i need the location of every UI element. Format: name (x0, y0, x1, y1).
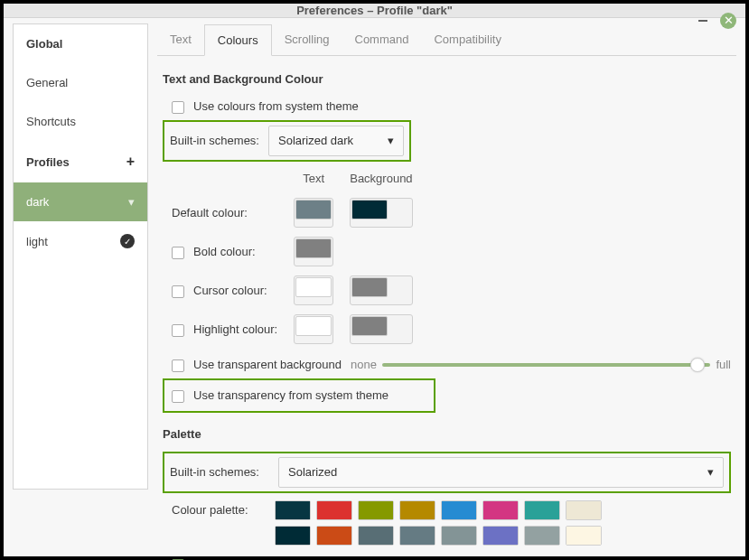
palette-cell[interactable] (399, 526, 435, 546)
checkbox-label: Use colours from system theme (193, 97, 359, 117)
header-background: Background (350, 169, 412, 189)
add-profile-icon[interactable]: + (126, 154, 135, 170)
palette-cell[interactable] (566, 500, 602, 520)
palette-swatch (442, 527, 476, 545)
show-bold-checkbox[interactable]: Show bold text in bright colours (172, 555, 357, 560)
palette-cell[interactable] (566, 526, 602, 546)
sidebar-item-label: dark (26, 195, 49, 209)
cursor-colour-checkbox[interactable]: Cursor colour: (172, 281, 277, 301)
cursor-text-swatch[interactable] (294, 275, 333, 305)
palette-scheme-select[interactable]: Solarized ▾ (278, 457, 724, 488)
palette-swatch (359, 527, 393, 545)
palette-swatch (442, 501, 476, 519)
default-profile-icon: ✓ (120, 234, 135, 248)
checkbox-icon (172, 101, 184, 114)
palette-cell[interactable] (358, 500, 394, 520)
sidebar-item-profile-light[interactable]: light ✓ (14, 221, 147, 261)
palette-row-1 (275, 500, 602, 520)
row-palette: Colour palette: (163, 500, 731, 546)
transparency-theme-checkbox[interactable]: Use transparency from system theme (172, 386, 389, 406)
highlight-text-swatch[interactable] (294, 314, 333, 344)
tab-label: Text (170, 33, 192, 46)
palette-swatch (483, 501, 518, 519)
tab-command[interactable]: Command (342, 24, 422, 56)
select-value: Solarized dark (278, 131, 353, 151)
sidebar-item-label: General (26, 76, 68, 89)
palette-swatch (566, 527, 601, 545)
checkbox-icon (172, 359, 184, 372)
slider-thumb[interactable] (690, 358, 705, 372)
colour-grid-row: Text Background Default colour: Bold col… (163, 165, 731, 351)
content: Text Colours Scrolling Command Compatibi… (157, 18, 736, 560)
sidebar-item-label: light (26, 235, 48, 248)
highlight-bg-swatch[interactable] (350, 314, 412, 344)
row-builtin-schemes-2: Built-in schemes: Solarized ▾ (163, 452, 731, 493)
highlight-box-1: Built-in schemes: Solarized dark ▾ (163, 120, 411, 162)
sidebar-section-profiles: Profiles + (14, 141, 147, 182)
colour-grid: Text Background Default colour: Bold col… (172, 169, 413, 344)
palette-swatch (317, 501, 351, 519)
palette-cell[interactable] (358, 526, 394, 546)
bold-colour-checkbox[interactable]: Bold colour: (172, 242, 277, 262)
builtin-scheme-select[interactable]: Solarized dark ▾ (268, 126, 404, 156)
cursor-bg-swatch[interactable] (350, 275, 412, 305)
tab-colours[interactable]: Colours (204, 24, 272, 56)
checkbox-icon (172, 247, 184, 259)
tab-scrolling[interactable]: Scrolling (272, 24, 342, 56)
default-text-swatch[interactable] (294, 198, 333, 228)
tab-label: Command (355, 33, 409, 46)
sidebar-section-label: Global (26, 37, 62, 51)
sidebar-item-label: Shortcuts (26, 115, 76, 128)
close-window-icon[interactable]: ✕ (720, 13, 736, 29)
palette-cell[interactable] (482, 500, 519, 520)
palette-cell[interactable] (399, 500, 435, 520)
header-text: Text (294, 169, 333, 189)
chevron-down-icon: ▾ (388, 131, 394, 151)
tab-label: Scrolling (285, 33, 330, 46)
default-colour-label: Default colour: (172, 203, 277, 223)
palette-swatch (400, 527, 435, 545)
window-buttons: ✕ (695, 13, 736, 29)
palette-swatch (359, 501, 393, 519)
default-bg-swatch[interactable] (350, 198, 412, 228)
tab-text[interactable]: Text (157, 24, 204, 56)
checkbox-label: Cursor colour: (193, 281, 267, 301)
palette-cell[interactable] (275, 500, 311, 520)
slider-track (382, 363, 710, 367)
palette-cell[interactable] (482, 526, 519, 546)
transparent-bg-checkbox[interactable]: Use transparent background (172, 355, 342, 375)
sidebar-item-general[interactable]: General (14, 63, 147, 102)
checkbox-label: Highlight colour: (193, 320, 277, 340)
highlight-colour-checkbox[interactable]: Highlight colour: (172, 320, 277, 340)
bold-text-swatch[interactable] (294, 237, 333, 266)
sidebar-item-shortcuts[interactable]: Shortcuts (14, 102, 147, 141)
checkbox-label: Use transparent background (193, 355, 342, 375)
tab-compatibility[interactable]: Compatibility (421, 24, 513, 56)
row-transparency-theme: Use transparency from system theme (163, 378, 731, 413)
titlebar: Preferences – Profile "dark" ✕ (4, 4, 745, 18)
minimize-icon[interactable] (695, 13, 711, 29)
chevron-down-icon[interactable]: ▾ (128, 195, 135, 209)
preferences-window: Preferences – Profile "dark" ✕ Global Ge… (0, 0, 749, 560)
select-value: Solarized (288, 462, 337, 482)
palette-cell[interactable] (524, 500, 560, 520)
palette-cell[interactable] (441, 526, 477, 546)
palette-cell[interactable] (275, 526, 311, 546)
checkbox-icon (172, 285, 184, 298)
transparency-slider[interactable] (382, 363, 710, 367)
palette-row-2 (275, 526, 602, 546)
palette-cell[interactable] (524, 526, 560, 546)
palette-swatch (483, 527, 518, 545)
chevron-down-icon: ▾ (707, 462, 714, 482)
palette-swatch (525, 527, 559, 545)
row-use-system-theme: Use colours from system theme (163, 97, 731, 117)
palette-cell[interactable] (441, 500, 477, 520)
checkbox-icon (172, 390, 184, 403)
use-system-theme-checkbox[interactable]: Use colours from system theme (172, 97, 359, 117)
palette-cell[interactable] (316, 526, 352, 546)
checkbox-label: Show bold text in bright colours (193, 555, 357, 560)
palette-cell[interactable] (316, 500, 352, 520)
highlight-box-2: Use transparency from system theme (163, 378, 435, 413)
sidebar-item-profile-dark[interactable]: dark ▾ (14, 182, 147, 221)
builtin-schemes-label: Built-in schemes: (170, 462, 269, 482)
